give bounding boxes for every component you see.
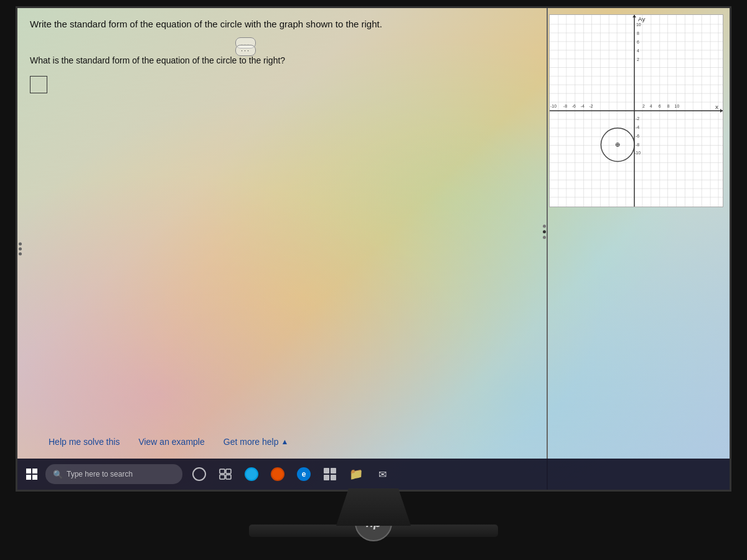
svg-text:-2: -2 bbox=[636, 116, 639, 121]
svg-text:-2: -2 bbox=[590, 104, 593, 108]
svg-rect-76 bbox=[220, 469, 225, 474]
taskbar-search-bar[interactable]: 🔍 Type here to search bbox=[45, 464, 182, 484]
view-example-link[interactable]: View an example bbox=[138, 437, 204, 447]
svg-rect-74 bbox=[26, 475, 31, 480]
app-button-1[interactable] bbox=[266, 463, 289, 485]
grid-app-button[interactable] bbox=[319, 463, 341, 485]
svg-text:2: 2 bbox=[637, 57, 639, 62]
question-title: Write the standard form of the equation … bbox=[30, 17, 534, 30]
svg-rect-73 bbox=[32, 469, 37, 474]
content-area: Write the standard form of the equation … bbox=[17, 8, 547, 459]
svg-text:8: 8 bbox=[667, 104, 670, 108]
windows-icon bbox=[26, 469, 37, 480]
svg-text:-4: -4 bbox=[636, 125, 639, 129]
left-edge-indicator bbox=[19, 243, 22, 256]
scroll-indicator bbox=[543, 225, 546, 239]
cortana-button[interactable] bbox=[188, 463, 210, 485]
graph-area: Ay x -10 -8 -6 -4 -2 2 4 6 8 10 10 bbox=[549, 14, 723, 207]
svg-text:Ay: Ay bbox=[638, 16, 645, 22]
svg-text:6: 6 bbox=[659, 104, 661, 108]
coordinate-graph: Ay x -10 -8 -6 -4 -2 2 4 6 8 10 10 bbox=[550, 15, 723, 207]
scroll-dot-2 bbox=[543, 230, 546, 233]
start-button[interactable] bbox=[21, 463, 43, 485]
svg-rect-72 bbox=[26, 469, 31, 474]
svg-text:-10: -10 bbox=[550, 104, 557, 108]
svg-text:-4: -4 bbox=[581, 104, 585, 108]
svg-rect-77 bbox=[226, 469, 231, 474]
help-me-solve-link[interactable]: Help me solve this bbox=[49, 437, 120, 447]
mail-button[interactable]: ✉ bbox=[371, 463, 393, 485]
svg-text:x: x bbox=[715, 103, 718, 110]
taskbar-icon-group: e 📁 ✉ bbox=[188, 463, 393, 485]
svg-text:-6: -6 bbox=[636, 134, 639, 138]
content-divider bbox=[547, 8, 548, 490]
svg-rect-75 bbox=[32, 475, 37, 480]
svg-text:4: 4 bbox=[650, 104, 652, 108]
file-manager-button[interactable]: 📁 bbox=[345, 463, 367, 485]
chrome-button[interactable] bbox=[240, 463, 263, 485]
cortana-icon bbox=[192, 467, 206, 481]
svg-text:10: 10 bbox=[675, 104, 680, 108]
more-options-area: ··· bbox=[235, 44, 256, 55]
answer-input-box[interactable] bbox=[30, 76, 47, 93]
svg-text:-10: -10 bbox=[634, 151, 641, 155]
get-more-help-link[interactable]: Get more help ▲ bbox=[223, 437, 289, 447]
graph-container: Ay x -10 -8 -6 -4 -2 2 4 6 8 10 10 bbox=[549, 14, 723, 207]
mail-icon: ✉ bbox=[378, 469, 387, 480]
svg-text:10: 10 bbox=[636, 22, 641, 27]
svg-text:4: 4 bbox=[637, 49, 639, 53]
screen: Write the standard form of the equation … bbox=[16, 6, 731, 492]
svg-text:-8: -8 bbox=[563, 104, 567, 108]
svg-text:-8: -8 bbox=[636, 142, 639, 147]
app-icon-1 bbox=[271, 467, 284, 481]
taskbar-search-icon: 🔍 bbox=[53, 470, 63, 479]
chrome-icon bbox=[245, 467, 258, 481]
svg-rect-79 bbox=[226, 475, 231, 479]
edge-icon: e bbox=[297, 467, 311, 481]
action-bar: Help me solve this View an example Get m… bbox=[17, 426, 553, 457]
scroll-dot-3 bbox=[543, 236, 546, 239]
more-options-button[interactable]: ··· bbox=[235, 45, 256, 56]
file-manager-icon: 📁 bbox=[349, 467, 363, 481]
svg-text:6: 6 bbox=[637, 40, 639, 44]
task-view-button[interactable] bbox=[214, 463, 237, 485]
more-help-arrow-icon: ▲ bbox=[281, 437, 288, 446]
sub-question: What is the standard form of the equatio… bbox=[30, 55, 534, 65]
svg-text:-6: -6 bbox=[572, 104, 576, 108]
taskbar-search-text: Type here to search bbox=[67, 470, 133, 478]
task-view-icon bbox=[219, 469, 232, 480]
grid-app-icon bbox=[324, 468, 336, 480]
edge-button[interactable]: e bbox=[293, 463, 315, 485]
svg-rect-78 bbox=[220, 475, 225, 479]
scroll-dot-1 bbox=[543, 225, 546, 228]
svg-text:8: 8 bbox=[637, 31, 639, 35]
svg-text:2: 2 bbox=[642, 104, 645, 108]
